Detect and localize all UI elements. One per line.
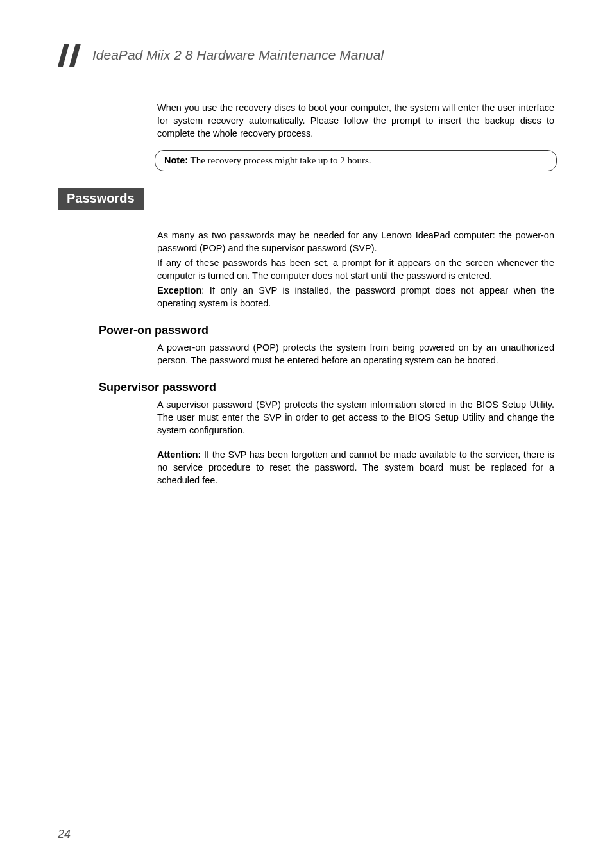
exception-label: Exception <box>157 285 201 296</box>
svg-marker-0 <box>58 44 69 67</box>
attention-label: Attention: <box>157 449 201 460</box>
attention-text: If the SVP has been forgotten and cannot… <box>157 449 554 485</box>
supervisor-p1: A supervisor password (SVP) protects the… <box>157 398 554 437</box>
page-number: 24 <box>58 828 71 841</box>
passwords-p1: As many as two passwords may be needed f… <box>157 229 554 255</box>
document-title: IdeaPad Miix 2 8 Hardware Maintenance Ma… <box>92 47 384 63</box>
double-slash-icon <box>58 44 83 67</box>
passwords-exception: Exception: If only an SVP is installed, … <box>157 284 554 310</box>
page-header: IdeaPad Miix 2 8 Hardware Maintenance Ma… <box>58 44 554 67</box>
note-box: Note: The recovery process might take up… <box>155 150 557 171</box>
passwords-p2: If any of these passwords has been set, … <box>157 256 554 282</box>
power-on-body: A power-on password (POP) protects the s… <box>157 341 554 367</box>
power-on-p1: A power-on password (POP) protects the s… <box>157 341 554 367</box>
exception-text: : If only an SVP is installed, the passw… <box>157 285 554 308</box>
note-label: Note: <box>164 155 188 165</box>
subheading-supervisor-password: Supervisor password <box>99 381 554 394</box>
intro-paragraph: When you use the recovery discs to boot … <box>157 101 554 140</box>
subheading-power-on-password: Power-on password <box>99 324 554 337</box>
section-title-passwords: Passwords <box>58 188 144 210</box>
intro-block: When you use the recovery discs to boot … <box>157 101 554 171</box>
supervisor-body: A supervisor password (SVP) protects the… <box>157 398 554 487</box>
note-text: The recovery process might take up to 2 … <box>188 155 371 165</box>
svg-marker-1 <box>69 44 81 67</box>
supervisor-attention: Attention: If the SVP has been forgotten… <box>157 448 554 487</box>
passwords-section-body: As many as two passwords may be needed f… <box>157 229 554 310</box>
